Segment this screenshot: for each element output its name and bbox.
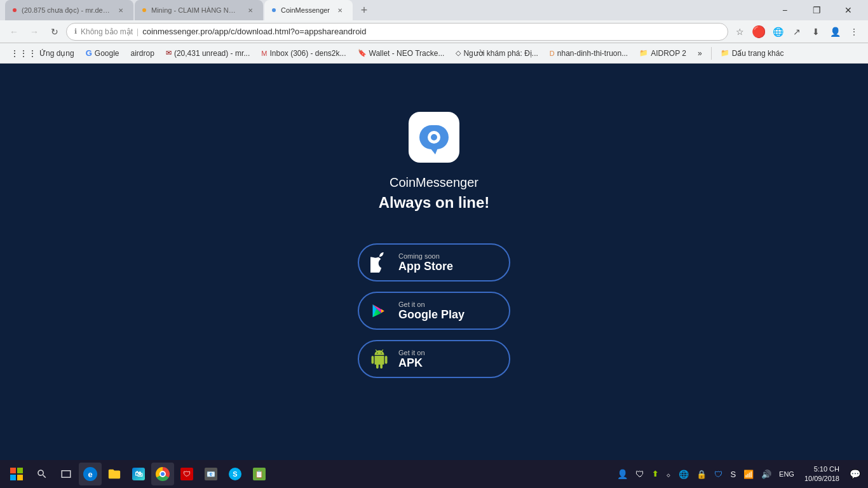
minimize-button[interactable]: −: [770, 0, 799, 20]
tab-2-close[interactable]: ✕: [245, 5, 255, 15]
tray-lang[interactable]: ENG: [776, 463, 797, 485]
apple-icon: [369, 252, 390, 273]
title-bar: (20.875 chưa đọc) - mr.den_vip© ✕ Mining…: [0, 0, 868, 20]
download-buttons: Coming soon App Store: [358, 243, 510, 378]
bookmark-explorer[interactable]: ◇ Người khám phá: Đị...: [451, 46, 543, 61]
tray-volume[interactable]: 🔊: [759, 463, 774, 485]
bookmark-inbox[interactable]: M Inbox (306) - dens2k...: [256, 46, 351, 61]
taskbar-chrome[interactable]: [151, 463, 174, 485]
extension-4[interactable]: ⬇: [807, 23, 825, 41]
taskbar-skype[interactable]: S: [224, 463, 247, 485]
taskbar-app5[interactable]: 📧: [200, 463, 222, 485]
bookmark-star[interactable]: ☆: [731, 23, 749, 41]
bookmark-explorer-label: Người khám phá: Đị...: [463, 49, 538, 58]
appstore-subtitle: Coming soon: [398, 252, 453, 260]
tray-security[interactable]: 🔒: [694, 463, 709, 485]
window-controls: − ❐ ✕: [770, 0, 863, 20]
tray-vpn[interactable]: ⬆: [649, 463, 661, 485]
profile-icon[interactable]: 👤: [826, 23, 844, 41]
bookmark-wallet-label: Wallet - NEO Tracke...: [369, 49, 445, 58]
bookmark-apps-label: Ứng dụng: [39, 49, 74, 58]
clock-time: 5:10 CH: [804, 464, 839, 474]
svg-rect-2: [10, 475, 16, 480]
bookmark-google[interactable]: G Google: [81, 46, 125, 61]
bookmark-wallet[interactable]: 🔖 Wallet - NEO Tracke...: [353, 46, 450, 61]
extensions-icon[interactable]: 🔴: [750, 23, 768, 41]
security-icon: ℹ: [74, 27, 77, 36]
svg-rect-0: [10, 468, 16, 473]
bookmark-inbox-label: Inbox (306) - dens2k...: [269, 49, 346, 58]
taskbar-items: e 🛍 🛡 📧 S 📋: [31, 463, 271, 485]
main-content: CoinMessenger Always on line! Coming soo…: [0, 86, 868, 460]
tray-shield[interactable]: 🛡: [633, 463, 647, 485]
forward-button[interactable]: →: [25, 23, 43, 41]
maximize-button[interactable]: ❐: [802, 0, 831, 20]
app-tagline: Always on line!: [379, 194, 490, 212]
tray-bluetooth[interactable]: ⬦: [663, 463, 674, 485]
tab-2-title: Mining - CLAIM HÀNG NGÀY N...: [151, 6, 240, 14]
googleplay-title: Google Play: [398, 308, 465, 322]
bookmark-other-label: Dấu trang khác: [732, 49, 784, 58]
apk-button[interactable]: Get it on APK: [358, 340, 510, 378]
system-clock[interactable]: 5:10 CH 10/09/2018: [799, 464, 844, 484]
security-label: Không bảo mật: [81, 27, 133, 36]
tray-network[interactable]: 🌐: [676, 463, 691, 485]
bookmark-airdrop2-label: AIDROP 2: [651, 49, 686, 58]
new-tab-button[interactable]: +: [355, 1, 373, 19]
taskbar-antivirus[interactable]: 🛡: [175, 463, 198, 485]
menu-button[interactable]: ⋮: [845, 23, 863, 41]
tab-1[interactable]: (20.875 chưa đọc) - mr.den_vip© ✕: [5, 0, 133, 20]
appstore-button[interactable]: Coming soon App Store: [358, 243, 510, 281]
googleplay-button[interactable]: Get it on Google Play: [358, 292, 510, 330]
taskbar-store[interactable]: 🛍: [127, 463, 150, 485]
taskbar-search[interactable]: [31, 463, 53, 485]
extension-2[interactable]: 🌐: [769, 23, 787, 41]
bookmark-apps[interactable]: ⋮⋮⋮ Ứng dụng: [5, 46, 79, 61]
tray-sync[interactable]: S: [728, 463, 738, 485]
tray-antivirus2[interactable]: 🛡: [712, 463, 725, 485]
bookmark-airdrop2[interactable]: 📁 AIDROP 2: [634, 46, 691, 61]
system-tray: 👤 🛡 ⬆ ⬦ 🌐 🔒 🛡 S 📶 🔊 ENG 5:10 CH 10/09/20…: [614, 463, 863, 485]
taskbar-task-view[interactable]: [55, 463, 78, 485]
svg-rect-1: [17, 468, 23, 473]
taskbar-edge[interactable]: e: [79, 463, 102, 485]
action-center[interactable]: 💬: [847, 463, 863, 485]
taskbar-notepad[interactable]: 📋: [248, 463, 271, 485]
bookmarks-bar: ⋮⋮⋮ Ứng dụng G Google airdrop ✉ (20,431 …: [0, 43, 868, 64]
omnibox[interactable]: ℹ Không bảo mật | coinmessenger.pro/app/…: [66, 23, 728, 41]
tab-2[interactable]: Mining - CLAIM HÀNG NGÀY N... ✕: [135, 0, 263, 20]
bookmark-nhan-dinh[interactable]: D nhan-dinh-thi-truon...: [545, 46, 633, 61]
bookmark-nhan-dinh-label: nhan-dinh-thi-truon...: [557, 49, 628, 58]
extension-3[interactable]: ↗: [788, 23, 806, 41]
tab-1-title: (20.875 chưa đọc) - mr.den_vip©: [22, 6, 111, 15]
back-button[interactable]: ←: [5, 23, 23, 41]
tab-3-close[interactable]: ✕: [335, 5, 345, 15]
url-text: coinmessenger.pro/app/c/download.html?o=…: [142, 27, 720, 36]
bookmark-more[interactable]: »: [693, 46, 707, 61]
close-button[interactable]: ✕: [834, 0, 863, 20]
bookmark-other[interactable]: 📁 Dấu trang khác: [715, 46, 789, 61]
tray-lang-label: ENG: [779, 470, 794, 478]
start-button[interactable]: [5, 463, 28, 485]
tab-1-close[interactable]: ✕: [116, 5, 126, 15]
googleplay-text: Get it on Google Play: [398, 301, 465, 322]
tab-3-title: CoinMessenger: [281, 6, 330, 14]
googleplay-icon: [369, 301, 390, 321]
googleplay-subtitle: Get it on: [398, 301, 465, 308]
tab-3[interactable]: CoinMessenger ✕: [264, 0, 353, 20]
bookmark-airdrop-label: airdrop: [131, 49, 154, 58]
android-icon: [369, 349, 390, 369]
speech-bubble-icon: [419, 125, 449, 149]
tray-network2[interactable]: 📶: [741, 463, 756, 485]
clock-date: 10/09/2018: [804, 474, 839, 484]
toolbar-icons: ☆ 🔴 🌐 ↗ ⬇ 👤 ⋮: [731, 23, 863, 41]
taskbar-explorer[interactable]: [103, 463, 126, 485]
bookmark-airdrop[interactable]: airdrop: [126, 46, 159, 61]
svg-rect-3: [17, 475, 23, 480]
bookmark-mail-vip-label: (20,431 unread) - mr...: [174, 49, 250, 58]
tray-people[interactable]: 👤: [614, 463, 630, 485]
refresh-button[interactable]: ↻: [46, 23, 64, 41]
app-icon: [409, 112, 459, 163]
address-bar: ← → ↻ ℹ Không bảo mật | coinmessenger.pr…: [0, 20, 868, 43]
bookmark-mail-vip[interactable]: ✉ (20,431 unread) - mr...: [161, 46, 255, 61]
